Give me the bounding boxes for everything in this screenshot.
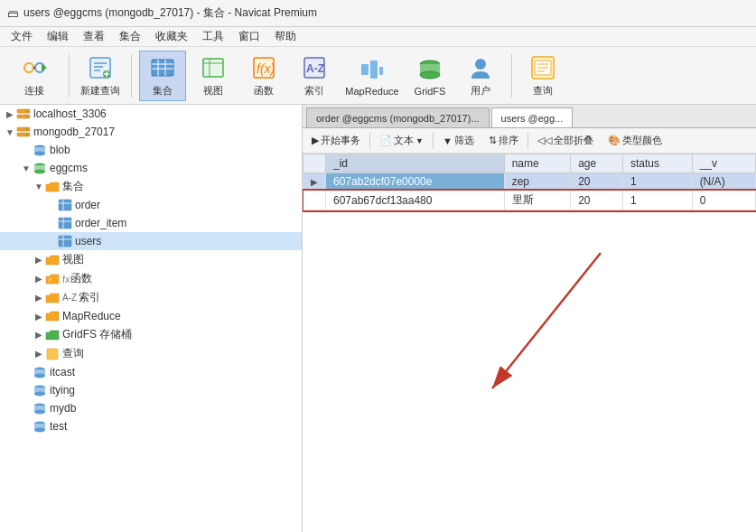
sidebar-label-functions: 函数 <box>70 271 92 286</box>
function-icon: f(x) <box>249 53 278 82</box>
sidebar-item-mongodb[interactable]: ▼ mongodb_27017 <box>0 123 302 141</box>
sidebar-item-order[interactable]: order <box>0 196 302 214</box>
toggle-localhost[interactable]: ▶ <box>4 109 16 119</box>
sidebar-item-queries-folder[interactable]: ▶ 查询 <box>0 344 302 363</box>
toggle-queries[interactable]: ▶ <box>33 349 45 359</box>
sidebar-item-gridfs-folder[interactable]: ▶ GridFS 存储桶 <box>0 325 302 344</box>
row-arrow-2 <box>303 191 326 210</box>
sidebar-item-blob[interactable]: blob <box>0 141 302 159</box>
sort-label: 排序 <box>499 134 518 147</box>
col-header-status[interactable]: status <box>623 154 693 173</box>
mapreduce-icon <box>358 55 387 84</box>
sidebar-label-test: test <box>50 420 67 433</box>
sidebar-label-collections: 集合 <box>62 179 84 194</box>
menu-collection[interactable]: 集合 <box>112 27 148 46</box>
menu-tools[interactable]: 工具 <box>195 27 231 46</box>
db-icon-blob <box>33 143 47 157</box>
row-arrow-1: ▶ <box>303 173 326 191</box>
svg-rect-23 <box>361 64 369 75</box>
sidebar-item-localhost[interactable]: ▶ localhost_3306 <box>0 105 302 123</box>
col-header-v[interactable]: __v <box>692 154 755 173</box>
toolbar-mapreduce-button[interactable]: MapReduce <box>341 51 403 101</box>
sidebar-item-functions-folder[interactable]: ▶ f fx 函数 <box>0 269 302 288</box>
sidebar-item-order-item[interactable]: order_item <box>0 214 302 232</box>
action-sep-1 <box>369 133 370 149</box>
svg-point-0 <box>24 63 33 72</box>
menu-favorites[interactable]: 收藏夹 <box>148 27 195 46</box>
new-query-icon <box>86 53 115 82</box>
titlebar: 🗃 users @eggcms (mongodb_27017) - 集合 - N… <box>0 0 756 27</box>
mapreduce-label: MapReduce <box>345 86 398 97</box>
sidebar-label-localhost: localhost_3306 <box>33 107 107 120</box>
type-color-button[interactable]: 🎨 类型颜色 <box>602 132 667 149</box>
menu-help[interactable]: 帮助 <box>267 27 303 46</box>
titlebar-title: users @eggcms (mongodb_27017) - 集合 - Nav… <box>23 5 317 21</box>
toggle-indexes[interactable]: ▶ <box>33 293 45 303</box>
col-header-name[interactable]: name <box>504 154 571 173</box>
sidebar-label-itying: itying <box>50 384 75 397</box>
expand-all-button[interactable]: ◁◁ 全部折叠 <box>532 132 599 149</box>
menu-file[interactable]: 文件 <box>4 27 40 46</box>
sidebar-item-itcast[interactable]: itcast <box>0 363 302 381</box>
menu-edit[interactable]: 编辑 <box>40 27 76 46</box>
toggle-mongodb[interactable]: ▼ <box>4 127 16 137</box>
col-header-id[interactable]: _id <box>326 154 505 173</box>
sort-button[interactable]: ⇅ 排序 <box>483 132 524 149</box>
data-table-container: _id name age status __v ▶ 607ab2dcf07e00… <box>303 154 756 532</box>
sidebar-item-eggcms[interactable]: ▼ eggcms <box>0 159 302 177</box>
start-transaction-label: 开始事务 <box>321 134 360 147</box>
sidebar-item-indexes-folder[interactable]: ▶ A-Z 索引 <box>0 288 302 307</box>
toolbar-sep-3 <box>511 54 512 98</box>
toggle-collections[interactable]: ▼ <box>33 182 45 191</box>
toggle-gridfs[interactable]: ▶ <box>33 330 45 340</box>
svg-point-29 <box>475 59 486 70</box>
toggle-mapreduce[interactable]: ▶ <box>33 312 45 322</box>
data-table: _id name age status __v ▶ 607ab2dcf07e00… <box>303 154 756 210</box>
svg-point-68 <box>34 410 45 415</box>
sidebar-item-users[interactable]: users <box>0 232 302 250</box>
toggle-functions[interactable]: ▶ <box>33 274 45 284</box>
expand-all-icon: ◁◁ <box>537 135 552 146</box>
sidebar-item-collections-folder[interactable]: ▼ 集合 <box>0 177 302 196</box>
col-header-age[interactable]: age <box>571 154 623 173</box>
text-dropdown-icon: ▼ <box>415 136 424 145</box>
svg-point-48 <box>34 170 45 174</box>
menu-view[interactable]: 查看 <box>76 27 112 46</box>
sidebar-item-itying[interactable]: itying <box>0 381 302 399</box>
start-transaction-button[interactable]: ▶ 开始事务 <box>306 132 366 149</box>
filter-button[interactable]: ▼ 筛选 <box>437 132 480 149</box>
folder-icon-views <box>45 253 60 267</box>
toolbar-gridfs-button[interactable]: GridFS <box>406 51 453 101</box>
menu-window[interactable]: 窗口 <box>231 27 267 46</box>
svg-line-73 <box>492 253 601 388</box>
toggle-views[interactable]: ▶ <box>33 255 45 265</box>
toolbar-collection-button[interactable]: 集合 <box>139 51 186 101</box>
toggle-eggcms[interactable]: ▼ <box>20 163 33 173</box>
cell-name-1: zep <box>504 173 571 191</box>
toolbar-index-button[interactable]: A-Z 索引 <box>291 51 338 101</box>
text-button[interactable]: 📄 文本 ▼ <box>374 132 429 149</box>
toolbar-connect-button[interactable]: 连接 <box>7 51 61 101</box>
svg-rect-25 <box>379 67 383 75</box>
sidebar-item-mydb[interactable]: mydb <box>0 399 302 417</box>
toolbar-new-query-button[interactable]: 新建查询 <box>77 51 124 101</box>
sidebar-item-views-folder[interactable]: ▶ 视图 <box>0 250 302 269</box>
sidebar-item-test[interactable]: test <box>0 417 302 435</box>
tab-order-label: order @eggcms (mongodb_27017)... <box>316 113 480 124</box>
text-icon: 📄 <box>379 135 392 146</box>
toolbar-query-button[interactable]: 查询 <box>519 51 566 101</box>
table-row[interactable]: 607ab67dcf13aa480 里斯 20 1 0 <box>303 191 756 210</box>
mongodb-server-icon <box>16 125 31 139</box>
db-icon-itying <box>33 383 47 397</box>
tab-order[interactable]: order @eggcms (mongodb_27017)... <box>306 107 490 127</box>
toolbar-sep-1 <box>69 54 70 98</box>
toolbar-view-button[interactable]: 视图 <box>190 51 237 101</box>
table-row[interactable]: ▶ 607ab2dcf07e0000e zep 20 1 (N/A) <box>303 173 756 191</box>
folder-icon-queries <box>45 347 60 361</box>
tab-users[interactable]: users @egg... <box>491 107 574 127</box>
toolbar-function-button[interactable]: f(x) 函数 <box>240 51 287 101</box>
svg-rect-16 <box>203 59 223 77</box>
tab-users-label: users @egg... <box>501 113 564 124</box>
sidebar-item-mapreduce-folder[interactable]: ▶ MapReduce <box>0 307 302 325</box>
toolbar-user-button[interactable]: 用户 <box>457 51 504 101</box>
